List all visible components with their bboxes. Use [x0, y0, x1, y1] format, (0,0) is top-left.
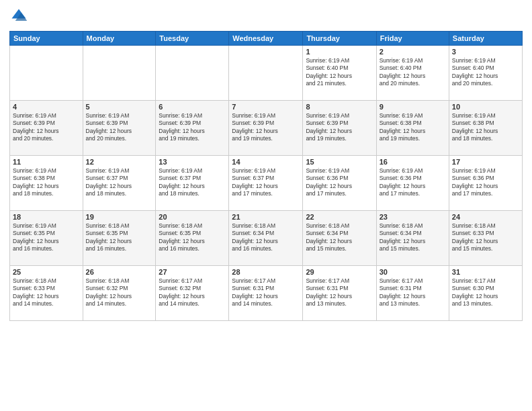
calendar-cell: 28Sunrise: 6:17 AM Sunset: 6:31 PM Dayli…: [229, 266, 303, 321]
calendar-cell: 20Sunrise: 6:18 AM Sunset: 6:35 PM Dayli…: [156, 211, 229, 266]
day-info: Sunrise: 6:19 AM Sunset: 6:35 PM Dayligh…: [13, 222, 80, 253]
day-info: Sunrise: 6:17 AM Sunset: 6:31 PM Dayligh…: [306, 277, 373, 308]
day-number: 24: [452, 213, 519, 221]
day-info: Sunrise: 6:17 AM Sunset: 6:31 PM Dayligh…: [380, 277, 446, 308]
week-row-1: 4Sunrise: 6:19 AM Sunset: 6:39 PM Daylig…: [10, 101, 523, 156]
calendar-cell: 12Sunrise: 6:19 AM Sunset: 6:37 PM Dayli…: [83, 156, 156, 211]
day-info: Sunrise: 6:19 AM Sunset: 6:38 PM Dayligh…: [380, 112, 446, 143]
calendar-cell: 13Sunrise: 6:19 AM Sunset: 6:37 PM Dayli…: [156, 156, 229, 211]
day-number: 11: [13, 158, 80, 166]
week-row-3: 18Sunrise: 6:19 AM Sunset: 6:35 PM Dayli…: [10, 211, 523, 266]
calendar-cell: 8Sunrise: 6:19 AM Sunset: 6:39 PM Daylig…: [303, 101, 376, 156]
day-info: Sunrise: 6:19 AM Sunset: 6:40 PM Dayligh…: [380, 57, 446, 88]
day-number: 21: [232, 213, 300, 221]
header: [9, 7, 523, 26]
week-row-2: 11Sunrise: 6:19 AM Sunset: 6:38 PM Dayli…: [10, 156, 523, 211]
day-info: Sunrise: 6:19 AM Sunset: 6:39 PM Dayligh…: [13, 112, 80, 143]
day-number: 5: [86, 103, 153, 111]
day-info: Sunrise: 6:19 AM Sunset: 6:36 PM Dayligh…: [452, 167, 519, 198]
col-header-wednesday: Wednesday: [229, 32, 303, 46]
calendar-cell: 25Sunrise: 6:18 AM Sunset: 6:33 PM Dayli…: [10, 266, 83, 321]
day-info: Sunrise: 6:17 AM Sunset: 6:30 PM Dayligh…: [452, 277, 519, 308]
day-number: 23: [380, 213, 446, 221]
day-number: 13: [159, 158, 226, 166]
page-container: SundayMondayTuesdayWednesdayThursdayFrid…: [0, 0, 532, 411]
calendar-cell: 22Sunrise: 6:18 AM Sunset: 6:34 PM Dayli…: [303, 211, 376, 266]
day-number: 1: [306, 48, 373, 56]
day-info: Sunrise: 6:18 AM Sunset: 6:35 PM Dayligh…: [159, 222, 226, 253]
calendar-cell: 17Sunrise: 6:19 AM Sunset: 6:36 PM Dayli…: [449, 156, 522, 211]
calendar-cell: 11Sunrise: 6:19 AM Sunset: 6:38 PM Dayli…: [10, 156, 83, 211]
col-header-monday: Monday: [83, 32, 156, 46]
day-number: 15: [306, 158, 373, 166]
day-number: 22: [306, 213, 373, 221]
day-info: Sunrise: 6:19 AM Sunset: 6:39 PM Dayligh…: [159, 112, 226, 143]
calendar-cell: [156, 46, 229, 101]
calendar-cell: 26Sunrise: 6:18 AM Sunset: 6:32 PM Dayli…: [83, 266, 156, 321]
day-info: Sunrise: 6:19 AM Sunset: 6:36 PM Dayligh…: [306, 167, 373, 198]
day-info: Sunrise: 6:19 AM Sunset: 6:37 PM Dayligh…: [159, 167, 226, 198]
calendar-cell: 4Sunrise: 6:19 AM Sunset: 6:39 PM Daylig…: [10, 101, 83, 156]
calendar-cell: 23Sunrise: 6:18 AM Sunset: 6:34 PM Dayli…: [376, 211, 449, 266]
col-header-thursday: Thursday: [303, 32, 376, 46]
day-info: Sunrise: 6:18 AM Sunset: 6:34 PM Dayligh…: [232, 222, 300, 253]
col-header-friday: Friday: [376, 32, 449, 46]
day-info: Sunrise: 6:18 AM Sunset: 6:34 PM Dayligh…: [306, 222, 373, 253]
calendar-cell: [10, 46, 83, 101]
col-header-tuesday: Tuesday: [156, 32, 229, 46]
day-number: 9: [380, 103, 446, 111]
day-number: 28: [232, 268, 300, 276]
day-info: Sunrise: 6:19 AM Sunset: 6:38 PM Dayligh…: [13, 167, 80, 198]
day-number: 18: [13, 213, 80, 221]
calendar-cell: 18Sunrise: 6:19 AM Sunset: 6:35 PM Dayli…: [10, 211, 83, 266]
day-number: 10: [452, 103, 519, 111]
calendar-cell: 27Sunrise: 6:17 AM Sunset: 6:32 PM Dayli…: [156, 266, 229, 321]
calendar-cell: 1Sunrise: 6:19 AM Sunset: 6:40 PM Daylig…: [303, 46, 376, 101]
day-number: 3: [452, 48, 519, 56]
day-number: 14: [232, 158, 300, 166]
calendar-cell: 19Sunrise: 6:18 AM Sunset: 6:35 PM Dayli…: [83, 211, 156, 266]
day-info: Sunrise: 6:19 AM Sunset: 6:36 PM Dayligh…: [380, 167, 446, 198]
calendar-cell: 16Sunrise: 6:19 AM Sunset: 6:36 PM Dayli…: [376, 156, 449, 211]
day-number: 31: [452, 268, 519, 276]
col-header-saturday: Saturday: [449, 32, 522, 46]
week-row-0: 1Sunrise: 6:19 AM Sunset: 6:40 PM Daylig…: [10, 46, 523, 101]
day-number: 8: [306, 103, 373, 111]
calendar-cell: 10Sunrise: 6:19 AM Sunset: 6:38 PM Dayli…: [449, 101, 522, 156]
day-info: Sunrise: 6:18 AM Sunset: 6:34 PM Dayligh…: [380, 222, 446, 253]
day-number: 12: [86, 158, 153, 166]
col-header-sunday: Sunday: [10, 32, 83, 46]
logo-icon: [9, 7, 28, 26]
day-number: 6: [159, 103, 226, 111]
calendar-cell: 6Sunrise: 6:19 AM Sunset: 6:39 PM Daylig…: [156, 101, 229, 156]
day-info: Sunrise: 6:17 AM Sunset: 6:31 PM Dayligh…: [232, 277, 300, 308]
day-info: Sunrise: 6:19 AM Sunset: 6:37 PM Dayligh…: [86, 167, 153, 198]
day-number: 25: [13, 268, 80, 276]
day-info: Sunrise: 6:19 AM Sunset: 6:40 PM Dayligh…: [452, 57, 519, 88]
calendar-cell: 24Sunrise: 6:18 AM Sunset: 6:33 PM Dayli…: [449, 211, 522, 266]
calendar-cell: 21Sunrise: 6:18 AM Sunset: 6:34 PM Dayli…: [229, 211, 303, 266]
day-info: Sunrise: 6:19 AM Sunset: 6:39 PM Dayligh…: [86, 112, 153, 143]
day-number: 7: [232, 103, 300, 111]
day-info: Sunrise: 6:18 AM Sunset: 6:33 PM Dayligh…: [13, 277, 80, 308]
calendar-cell: 5Sunrise: 6:19 AM Sunset: 6:39 PM Daylig…: [83, 101, 156, 156]
day-number: 16: [380, 158, 446, 166]
calendar-cell: 15Sunrise: 6:19 AM Sunset: 6:36 PM Dayli…: [303, 156, 376, 211]
day-number: 29: [306, 268, 373, 276]
day-number: 4: [13, 103, 80, 111]
day-number: 20: [159, 213, 226, 221]
header-row: SundayMondayTuesdayWednesdayThursdayFrid…: [10, 32, 523, 46]
logo: [9, 7, 31, 26]
calendar-table: SundayMondayTuesdayWednesdayThursdayFrid…: [9, 31, 523, 321]
calendar-cell: 14Sunrise: 6:19 AM Sunset: 6:37 PM Dayli…: [229, 156, 303, 211]
calendar-cell: 9Sunrise: 6:19 AM Sunset: 6:38 PM Daylig…: [376, 101, 449, 156]
week-row-4: 25Sunrise: 6:18 AM Sunset: 6:33 PM Dayli…: [10, 266, 523, 321]
day-info: Sunrise: 6:19 AM Sunset: 6:37 PM Dayligh…: [232, 167, 300, 198]
calendar-cell: 7Sunrise: 6:19 AM Sunset: 6:39 PM Daylig…: [229, 101, 303, 156]
day-info: Sunrise: 6:18 AM Sunset: 6:32 PM Dayligh…: [86, 277, 153, 308]
day-info: Sunrise: 6:18 AM Sunset: 6:33 PM Dayligh…: [452, 222, 519, 253]
calendar-cell: 31Sunrise: 6:17 AM Sunset: 6:30 PM Dayli…: [449, 266, 522, 321]
day-info: Sunrise: 6:19 AM Sunset: 6:38 PM Dayligh…: [452, 112, 519, 143]
calendar-cell: 2Sunrise: 6:19 AM Sunset: 6:40 PM Daylig…: [376, 46, 449, 101]
calendar-cell: [229, 46, 303, 101]
